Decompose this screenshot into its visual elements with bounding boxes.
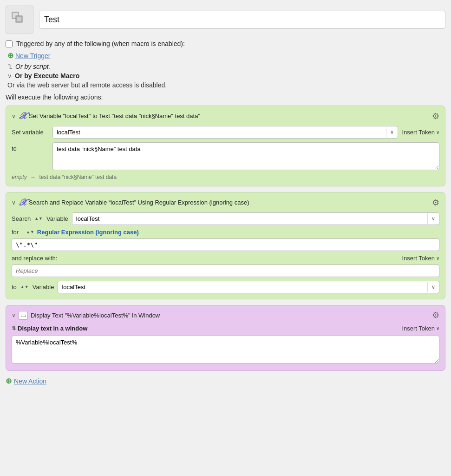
action-card-1: ∨ 𝒳 Set Variable "localTest" to Text "te… [6,106,445,186]
card-1-set-var-row: Set variable ∨ Insert Token ∨ [12,126,439,139]
card-1-collapse-arrow[interactable]: ∨ [12,113,16,119]
card-3-gear-btn[interactable]: ⚙ [432,310,439,320]
card-1-insert-token-chev: ∨ [436,130,439,135]
card-3-title: Display Text "%Variable%localTest%" in W… [31,312,429,319]
card-2-to-updown-icon: ▲▼ [20,285,29,289]
card-2-search-label: Search [12,215,31,222]
card-1-preview-value: test data “nick§Name” test data [39,174,117,180]
card-3-header: ∨ ▭ Display Text "%Variable%localTest%" … [12,310,439,320]
triggered-checkbox[interactable] [6,40,13,47]
new-trigger-row[interactable]: ⊕ New Trigger [7,51,445,60]
triggered-row: Triggered by any of the following (when … [6,40,445,47]
card-1-to-row: to test data “nick§Name” test data [12,142,439,170]
plus-icon: ⊕ [7,51,13,60]
script-trigger-item: ⇅ Or by script. [7,63,445,70]
card-2-header: ∨ 𝒳 Search and Replace Variable “localTe… [12,197,439,208]
card-2-for-label: for [12,229,23,236]
card-2-var-input-wrap[interactable]: ∨ [72,212,439,225]
card-2-updown-icon: ▲▼ [34,217,43,221]
card-2-and-replace-label: and replace with: [12,255,57,262]
card-2-for-row: for ▲▼ Regular Expression (ignoring case… [12,229,439,236]
script-trigger-label: Or by script. [15,63,50,70]
card-3-insert-token-btn[interactable]: Insert Token ∨ [402,325,439,332]
card-2-stepper[interactable]: ▲▼ [34,217,43,221]
card-2-to-var-input-wrap[interactable]: ∨ [58,281,439,293]
card-2-replace-input[interactable] [12,264,439,277]
card-1-title: Set Variable "localTest" to Text "test d… [29,112,429,119]
card-2-for-stepper[interactable]: ▲▼ [26,230,34,234]
macro-icon [6,6,33,33]
card-1-gear-btn[interactable]: ⚙ [432,111,439,121]
card-3-window-icon: ▭ [19,311,28,320]
card-2-insert-token-btn[interactable]: Insert Token ∨ [402,255,439,262]
card-3-display-stepper[interactable]: ⇅ [12,325,16,331]
card-3-display-mode-row: ⇅ Display text in a window Insert Token … [12,325,439,332]
or-via-label: Or via the web server but all remote acc… [7,81,445,89]
card-2-to-stepper[interactable]: ▲▼ [20,285,29,289]
card-2-variable-label: Variable [46,215,68,222]
card-1-insert-token-btn[interactable]: Insert Token ∨ [402,129,439,136]
card-2-regex-label: Regular Expression (ignoring case) [37,229,139,236]
card-1-var-input-wrap[interactable]: ∨ [52,126,398,139]
triggered-label: Triggered by any of the following (when … [16,40,185,47]
action-card-2: ∨ 𝒳 Search and Replace Variable “localTe… [6,192,445,299]
card-1-insert-token-label: Insert Token [402,129,435,136]
will-execute-label: Will execute the following actions: [6,93,445,101]
svg-rect-3 [17,17,21,21]
card-2-to-var-dropdown-arrow[interactable]: ∨ [427,282,439,292]
card-2-for-updown-icon: ▲▼ [26,230,34,234]
card-2-x-icon: 𝒳 [19,197,26,208]
card-3-text-area[interactable]: %Variable%localTest% [12,336,439,364]
macro-title-input[interactable]: Test [39,11,445,29]
card-2-var-dropdown-arrow[interactable]: ∨ [427,213,439,224]
card-3-display-label-text: Display text in a window [18,325,87,332]
card-1-var-input[interactable] [53,126,386,138]
card-2-insert-token-chev: ∨ [436,256,439,261]
card-2-insert-token-label: Insert Token [402,255,435,262]
triggers-section: Triggered by any of the following (when … [6,40,445,89]
new-action-plus-icon: ⊕ [6,377,12,385]
card-3-insert-token-label: Insert Token [402,325,435,332]
card-1-text-area[interactable]: test data “nick§Name” test data [52,142,439,170]
new-action-label[interactable]: New Action [14,377,46,385]
card-2-to-label: to [12,284,17,291]
card-1-preview-row: empty → test data “nick§Name” test data [12,174,439,180]
card-2-collapse-arrow[interactable]: ∨ [12,199,16,206]
new-action-row[interactable]: ⊕ New Action [6,377,445,385]
card-2-and-replace-row: and replace with: Insert Token ∨ [12,255,439,262]
card-2-var-input[interactable] [72,213,427,225]
execute-macro-label: Or by Execute Macro [15,72,79,79]
new-trigger-label[interactable]: New Trigger [15,52,50,60]
card-1-var-dropdown-arrow[interactable]: ∨ [386,127,398,138]
card-1-header: ∨ 𝒳 Set Variable "localTest" to Text "te… [12,111,439,121]
card-1-preview-arrow: → [30,174,36,180]
card-3-collapse-arrow[interactable]: ∨ [12,312,16,318]
script-trigger-arrow: ⇅ [7,63,13,70]
card-2-title: Search and Replace Variable “localTest” … [29,199,429,206]
header-area: Test [6,6,445,33]
card-2-to-var-input[interactable] [58,281,427,293]
card-3-insert-token-chev: ∨ [436,326,439,331]
card-1-preview-empty: empty [12,174,27,180]
card-1-set-var-label: Set variable [12,129,49,136]
card-2-to-var-label: Variable [33,284,54,291]
execute-macro-arrow: ∨ [7,73,12,79]
card-2-gear-btn[interactable]: ⚙ [432,198,439,208]
card-2-regex-input[interactable] [12,238,439,251]
execute-macro-trigger-item: ∨ Or by Execute Macro [7,72,445,79]
card-1-to-label: to [12,142,49,152]
card-3-display-mode-label: ⇅ Display text in a window [12,325,87,332]
card-1-x-icon: 𝒳 [19,111,26,121]
card-2-to-var-row: to ▲▼ Variable ∨ [12,281,439,293]
card-2-search-row: Search ▲▼ Variable ∨ [12,212,439,225]
action-card-3: ∨ ▭ Display Text "%Variable%localTest%" … [6,305,445,371]
